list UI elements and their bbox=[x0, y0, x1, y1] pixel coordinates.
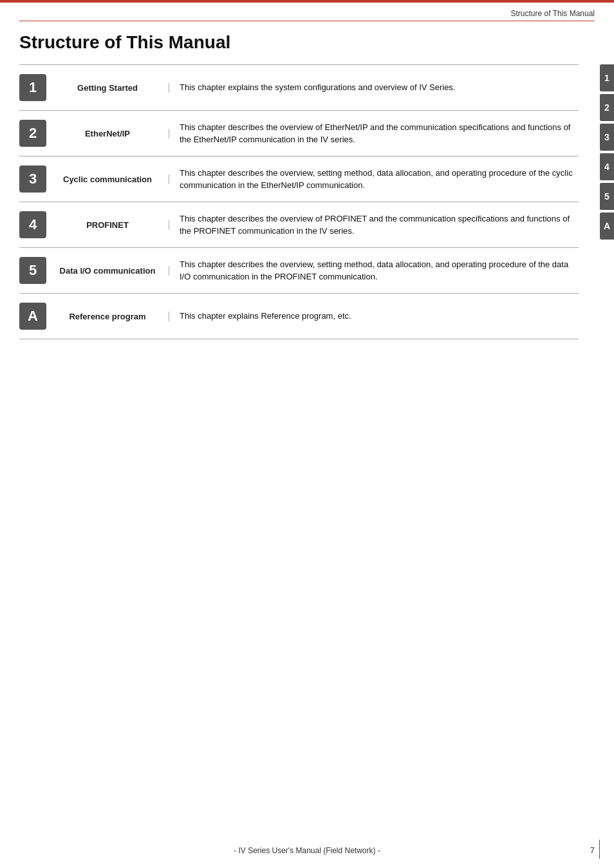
side-tab-1[interactable]: 1 bbox=[600, 64, 614, 91]
chapter-desc-3: This chapter describes the overview, set… bbox=[180, 167, 579, 192]
content-area: 1Getting StartedThis chapter explains th… bbox=[19, 64, 579, 829]
chapter-num-2[interactable]: 2 bbox=[19, 120, 46, 147]
chapter-name-5: Data I/O communication bbox=[57, 266, 169, 276]
header-bar bbox=[0, 0, 614, 3]
side-tab-3[interactable]: 3 bbox=[600, 124, 614, 151]
footer-border bbox=[599, 840, 600, 859]
chapter-name-4: PROFINET bbox=[57, 220, 169, 230]
top-label: Structure of This Manual bbox=[510, 9, 595, 18]
chapter-row-A: AReference programThis chapter explains … bbox=[19, 294, 579, 339]
chapter-row-3: 3Cyclic communicationThis chapter descri… bbox=[19, 156, 579, 202]
top-divider bbox=[19, 21, 595, 21]
chapter-row-4: 4PROFINETThis chapter describes the over… bbox=[19, 202, 579, 248]
chapter-row-5: 5Data I/O communicationThis chapter desc… bbox=[19, 248, 579, 294]
side-tab-4[interactable]: 4 bbox=[600, 153, 614, 180]
footer-text: - IV Series User's Manual (Field Network… bbox=[234, 846, 380, 855]
footer-page: 7 bbox=[590, 845, 595, 855]
chapter-num-3[interactable]: 3 bbox=[19, 165, 46, 193]
chapter-desc-4: This chapter describes the overview of P… bbox=[180, 212, 579, 238]
chapters-container: 1Getting StartedThis chapter explains th… bbox=[19, 65, 579, 339]
chapter-desc-A: This chapter explains Reference program,… bbox=[180, 310, 579, 323]
side-tab-5[interactable]: 5 bbox=[600, 183, 614, 210]
chapter-name-3: Cyclic communication bbox=[57, 175, 169, 184]
side-tab-2[interactable]: 2 bbox=[600, 94, 614, 121]
side-tab-A[interactable]: A bbox=[600, 212, 614, 240]
side-tabs: 12345A bbox=[600, 64, 614, 240]
chapter-desc-1: This chapter explains the system configu… bbox=[180, 81, 579, 94]
footer-area: - IV Series User's Manual (Field Network… bbox=[0, 846, 614, 855]
chapter-name-A: Reference program bbox=[57, 312, 169, 321]
chapter-name-1: Getting Started bbox=[57, 83, 169, 93]
chapter-row-2: 2EtherNet/IPThis chapter describes the o… bbox=[19, 111, 579, 156]
chapter-name-2: EtherNet/IP bbox=[57, 129, 169, 138]
chapter-num-4[interactable]: 4 bbox=[19, 211, 46, 238]
chapter-row-1: 1Getting StartedThis chapter explains th… bbox=[19, 65, 579, 111]
chapter-num-1[interactable]: 1 bbox=[19, 74, 46, 101]
chapter-desc-2: This chapter describes the overview of E… bbox=[180, 121, 579, 146]
chapter-num-A[interactable]: A bbox=[19, 303, 46, 330]
chapter-num-5[interactable]: 5 bbox=[19, 257, 46, 284]
chapter-desc-5: This chapter describes the overview, set… bbox=[180, 258, 579, 283]
page-title: Structure of This Manual bbox=[19, 32, 230, 53]
